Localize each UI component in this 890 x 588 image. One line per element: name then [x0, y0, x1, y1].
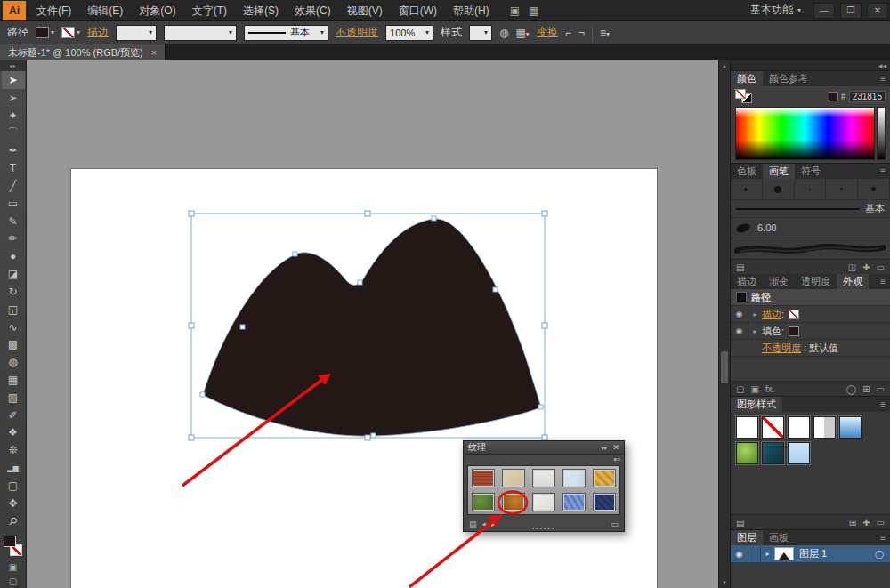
tab-artboards[interactable]: 画板: [763, 530, 795, 545]
panel-menu-icon[interactable]: ≡: [880, 166, 890, 176]
tab-appearance[interactable]: 外观: [837, 274, 869, 289]
type-tool[interactable]: T: [2, 159, 25, 177]
hex-value-field[interactable]: 231815: [849, 91, 886, 102]
menu-select[interactable]: 选择(S): [235, 0, 287, 21]
texture-swatch-rust[interactable]: [502, 493, 525, 511]
menu-edit[interactable]: 编辑(E): [79, 0, 131, 21]
toolbar-fill-stroke[interactable]: [2, 534, 25, 560]
new-stroke-icon[interactable]: ▢: [736, 384, 744, 394]
texture-swatch-paper[interactable]: [502, 469, 525, 487]
next-icon[interactable]: ▸: [491, 520, 496, 528]
toolbar-collapse-icon[interactable]: ▸▸: [0, 60, 26, 71]
style-default-white[interactable]: [736, 416, 758, 439]
blend-tool[interactable]: ❖: [2, 424, 25, 442]
hand-tool[interactable]: ✥: [2, 495, 25, 512]
align-right-icon[interactable]: ¬: [578, 27, 585, 39]
bridge-icon[interactable]: ▣: [510, 4, 520, 17]
delete-brush-icon[interactable]: ▭: [877, 262, 885, 272]
delete-style-icon[interactable]: ▭: [877, 518, 885, 528]
gradient-tool[interactable]: ▧: [2, 389, 25, 407]
line-segment-tool[interactable]: ╱: [2, 177, 25, 195]
scroll-down-icon[interactable]: ▼: [719, 577, 730, 588]
panel-collapse-icon[interactable]: ▾▾: [601, 445, 606, 451]
grayscale-strip[interactable]: [877, 107, 886, 160]
minimize-button[interactable]: —: [813, 3, 835, 19]
texture-swatch-foliage[interactable]: [472, 493, 495, 511]
visibility-eye-icon[interactable]: ◉: [731, 323, 748, 339]
new-fill-icon[interactable]: ▣: [750, 384, 758, 394]
panel-flyout-icon[interactable]: ▾≡: [613, 456, 620, 463]
mountain-shape[interactable]: [203, 219, 541, 436]
texture-swatch-denim[interactable]: [593, 493, 616, 511]
brush-dot-4[interactable]: [826, 179, 858, 199]
tab-graphic-styles[interactable]: 图形样式: [731, 397, 782, 412]
style-select[interactable]: ▾: [469, 25, 492, 41]
texture-swatch-gold[interactable]: [593, 469, 616, 487]
target-icon[interactable]: ◯: [875, 550, 884, 559]
fill-swatch[interactable]: [36, 27, 49, 38]
expand-icon[interactable]: ▸: [748, 310, 762, 318]
close-button[interactable]: ✕: [867, 3, 888, 19]
width-profile-select[interactable]: ▾: [164, 25, 237, 41]
tab-stroke[interactable]: 描边: [731, 274, 763, 289]
brush-charcoal[interactable]: [731, 238, 890, 259]
appearance-stroke-row[interactable]: ◉ ▸ 描边 :: [731, 306, 890, 323]
mesh-tool[interactable]: ▦: [2, 371, 25, 389]
brush-basic[interactable]: 基本: [731, 200, 890, 218]
brush-dot-1[interactable]: [731, 179, 763, 199]
toolbar-fill-swatch[interactable]: [4, 536, 16, 547]
scroll-up-icon[interactable]: ▲: [719, 60, 730, 71]
panel-menu-icon[interactable]: ≡: [880, 277, 890, 286]
document-tab[interactable]: 未标题-1* @ 100% (RGB/预览) ×: [0, 44, 166, 60]
tab-gradient[interactable]: 渐变: [763, 274, 795, 289]
tab-color-guide[interactable]: 颜色参考: [763, 71, 814, 86]
control-panel-menu-icon[interactable]: ≡▾: [600, 27, 610, 39]
texture-panel-titlebar[interactable]: 纹理 ▾▾ ✕: [464, 441, 624, 455]
graph-tool[interactable]: ▂▆: [2, 459, 25, 477]
brush-library-icon[interactable]: ▤: [736, 262, 744, 272]
fill-stroke-proxy[interactable]: [735, 89, 755, 104]
direct-selection-tool[interactable]: ➢: [2, 89, 25, 107]
panel-close-icon[interactable]: ✕: [612, 443, 619, 452]
brush-options-icon[interactable]: ◫: [848, 262, 856, 272]
brush-calligraphic[interactable]: 6.00: [731, 218, 890, 238]
stroke-link[interactable]: 描边: [762, 308, 781, 321]
tab-symbols[interactable]: 符号: [795, 164, 827, 179]
selection-tool[interactable]: ➤: [2, 71, 25, 89]
tab-close-icon[interactable]: ×: [151, 47, 157, 58]
new-brush-icon[interactable]: ✚: [862, 262, 870, 272]
expand-icon[interactable]: ▸: [748, 327, 762, 335]
scrollbar-thumb[interactable]: [721, 351, 728, 383]
tab-brushes[interactable]: 画笔: [763, 164, 795, 179]
draw-mode-button[interactable]: ▣: [2, 560, 25, 574]
opacity-link[interactable]: 不透明度: [762, 342, 801, 355]
pencil-tool[interactable]: ✏: [2, 230, 25, 247]
menu-object[interactable]: 对象(O): [131, 0, 183, 21]
artboard-tool[interactable]: ▢: [2, 477, 25, 495]
add-effect-icon[interactable]: fx.: [765, 384, 775, 394]
tab-color[interactable]: 颜色: [731, 71, 763, 86]
workspace-switcher[interactable]: 基本功能 ▾: [743, 3, 808, 18]
expand-icon[interactable]: ▸: [761, 550, 774, 558]
preview-globe-icon[interactable]: ◍: [499, 27, 508, 39]
opacity-select[interactable]: 100% ▾: [385, 25, 433, 41]
transform-link[interactable]: 变换: [537, 25, 558, 40]
duplicate-item-icon[interactable]: ⊞: [862, 384, 870, 394]
style-blue-gradient[interactable]: [839, 416, 862, 439]
menu-help[interactable]: 帮助(H): [445, 0, 498, 21]
visibility-eye-icon[interactable]: ◉: [731, 545, 748, 562]
brush-definition-select[interactable]: 基本 ▾: [244, 25, 328, 41]
style-green-organic[interactable]: [736, 442, 758, 464]
clear-appearance-icon[interactable]: ◯: [846, 384, 856, 394]
menu-window[interactable]: 窗口(W): [391, 0, 445, 21]
library-icon[interactable]: ▤: [469, 520, 477, 528]
texture-swatch-canvas[interactable]: [532, 469, 555, 487]
grid-options-icon[interactable]: ▦▾: [516, 27, 530, 39]
brush-dot-2[interactable]: [763, 179, 795, 199]
menu-effect[interactable]: 效果(C): [287, 0, 339, 21]
eraser-tool[interactable]: ◪: [2, 265, 25, 283]
restore-button[interactable]: ❐: [840, 3, 862, 19]
scale-tool[interactable]: ◱: [2, 301, 25, 318]
screen-mode-button[interactable]: ▢: [2, 574, 25, 588]
texture-swatch-brick[interactable]: [472, 469, 495, 487]
